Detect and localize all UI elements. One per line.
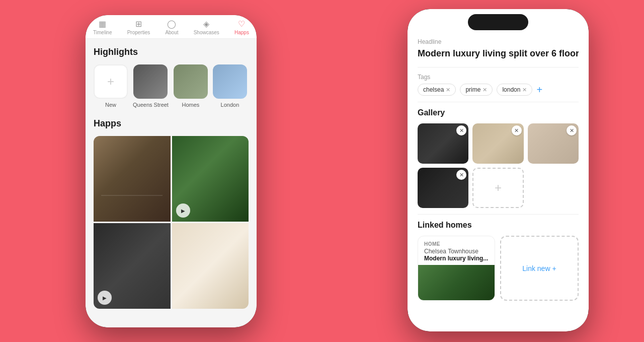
play-button-plants[interactable]: ▶ (176, 203, 190, 218)
nav-bar: ▦ Timeline ⊞ Properties ◯ About ◈ Showca… (86, 15, 257, 39)
linked-home-name: Chelsea Townhouse (424, 248, 489, 255)
nav-timeline-label: Timeline (93, 30, 112, 35)
divider-gallery (418, 214, 579, 215)
nav-showcases[interactable]: ◈ Showcases (194, 19, 219, 35)
highlight-homes[interactable]: Homes (174, 64, 208, 108)
nav-showcases-label: Showcases (194, 30, 219, 35)
play-button-dark[interactable]: ▶ (98, 291, 112, 305)
happs-icon: ♡ (238, 19, 245, 29)
tag-london-remove[interactable]: ✕ (522, 87, 527, 93)
properties-icon: ⊞ (135, 19, 142, 29)
right-phone: Headline Tags chelsea ✕ prime ✕ london ✕… (408, 9, 589, 331)
divider-headline (418, 67, 579, 67)
happs-cell-plants[interactable]: ▶ (172, 136, 249, 222)
tag-chelsea-remove[interactable]: ✕ (446, 87, 450, 93)
gallery-img-3[interactable]: ✕ (528, 123, 579, 164)
gallery-grid: ✕ ✕ ✕ ✕ + (418, 123, 579, 208)
tag-prime-text: prime (465, 86, 480, 93)
tag-chelsea[interactable]: chelsea ✕ (418, 84, 456, 96)
tag-london[interactable]: london ✕ (497, 84, 532, 96)
gallery-add-button[interactable]: + (472, 168, 523, 208)
nav-happs[interactable]: ♡ Happs (234, 19, 249, 35)
linked-home-tag: HOME (424, 241, 489, 247)
linked-home-header: HOME Chelsea Townhouse Modern luxury liv… (418, 236, 495, 265)
gallery-close-2[interactable]: ✕ (512, 125, 522, 135)
highlight-new-thumb[interactable]: + (94, 64, 128, 99)
left-phone: ▦ Timeline ⊞ Properties ◯ About ◈ Showca… (86, 15, 257, 327)
gallery-img-2[interactable]: ✕ (472, 123, 523, 164)
happs-title: Happs (94, 118, 249, 129)
nav-about-label: About (165, 30, 178, 35)
linked-home-row: HOME Chelsea Townhouse Modern luxury liv… (418, 236, 579, 301)
highlight-homes-thumb (174, 64, 208, 99)
tags-label: Tags (418, 74, 579, 81)
gallery-img-4[interactable]: ✕ (418, 168, 468, 208)
dynamic-island (468, 14, 528, 30)
about-icon: ◯ (167, 19, 176, 29)
nav-about[interactable]: ◯ About (165, 19, 178, 35)
highlights-row: + New Queens Street Homes London (94, 64, 249, 108)
tag-london-text: london (502, 86, 520, 93)
linked-homes-section: Linked homes HOME Chelsea Townhouse Mode… (418, 221, 579, 301)
gallery-img-1[interactable]: ✕ (418, 123, 468, 164)
highlight-new-label: New (105, 102, 116, 108)
link-new-label: Link new (522, 264, 550, 272)
link-new-button[interactable]: Link new + (522, 264, 556, 272)
nav-properties-label: Properties (127, 30, 150, 35)
linked-home-image (418, 265, 495, 300)
tags-row: chelsea ✕ prime ✕ london ✕ + (418, 84, 579, 96)
tag-prime-remove[interactable]: ✕ (482, 87, 487, 93)
highlight-london[interactable]: London (213, 64, 247, 108)
tag-add-button[interactable]: + (536, 84, 542, 96)
highlight-queens[interactable]: Queens Street (133, 64, 169, 108)
link-new-icon: + (552, 264, 556, 272)
highlight-queens-label: Queens Street (133, 102, 169, 108)
showcases-icon: ◈ (203, 19, 209, 29)
headline-input[interactable] (418, 48, 579, 59)
happs-cell-dark[interactable]: ▶ (94, 223, 171, 309)
highlights-title: Highlights (94, 47, 249, 57)
nav-properties[interactable]: ⊞ Properties (127, 19, 150, 35)
gallery-close-3[interactable]: ✕ (567, 125, 577, 135)
happs-cell-bright[interactable] (172, 223, 249, 309)
linked-home-card[interactable]: HOME Chelsea Townhouse Modern luxury liv… (418, 236, 495, 301)
linked-home-desc: Modern luxury living... (424, 255, 489, 262)
headline-label: Headline (418, 38, 579, 45)
phone-content: Highlights + New Queens Street Homes Lon… (86, 39, 257, 327)
highlight-london-thumb (213, 64, 247, 99)
nav-timeline[interactable]: ▦ Timeline (93, 19, 112, 35)
link-new-card[interactable]: Link new + (500, 236, 579, 301)
linked-homes-title: Linked homes (418, 221, 579, 230)
right-content: Headline Tags chelsea ✕ prime ✕ london ✕… (408, 30, 589, 331)
timeline-icon: ▦ (99, 19, 106, 29)
tag-chelsea-text: chelsea (423, 86, 444, 93)
nav-happs-label: Happs (234, 30, 249, 35)
gallery-close-1[interactable]: ✕ (456, 125, 466, 135)
happs-grid: ▶ ▶ (94, 136, 249, 309)
highlight-new[interactable]: + New (94, 64, 128, 108)
highlight-london-label: London (221, 102, 239, 108)
gallery-close-4[interactable]: ✕ (456, 170, 466, 180)
highlight-homes-label: Homes (182, 102, 200, 108)
divider-tags (418, 102, 579, 102)
gallery-title: Gallery (418, 108, 579, 117)
happs-cell-living[interactable] (94, 136, 171, 222)
highlight-queens-thumb (133, 64, 168, 99)
tag-prime[interactable]: prime ✕ (460, 84, 493, 96)
